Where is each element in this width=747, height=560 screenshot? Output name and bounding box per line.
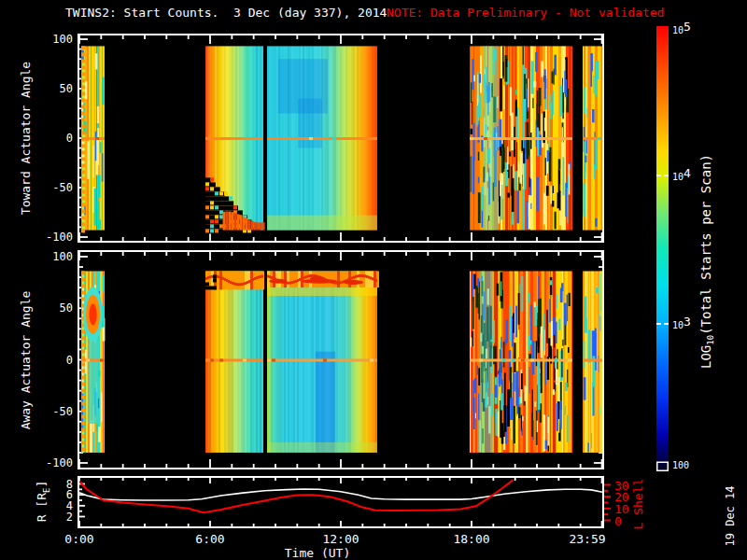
x-tick-label: 6:00 xyxy=(195,533,224,545)
orbit-line-panel xyxy=(78,476,604,528)
lshell-axis-label: L Shell xyxy=(631,479,645,530)
time-axis-label: Time (UT) xyxy=(285,546,350,560)
colorbar-tick-label: 104 xyxy=(672,165,691,183)
y-tick-label-toward: -50 xyxy=(30,182,73,193)
y-tick-label-away: 100 xyxy=(30,251,73,262)
away-spectrogram-panel xyxy=(78,250,604,469)
l-shell-line xyxy=(79,480,513,512)
y-tick-label-toward: 0 xyxy=(30,133,73,144)
lshell-tick-label: 20 xyxy=(614,491,629,503)
x-tick-label: 12:00 xyxy=(322,533,359,545)
creation-date-stamp: 19 Dec 14 xyxy=(724,485,737,546)
colorbar-tick-label: 103 xyxy=(672,315,691,332)
y-tick-label-away: 0 xyxy=(30,355,73,366)
y-tick-label-away: -50 xyxy=(30,406,73,417)
lshell-tick-label: 0 xyxy=(614,515,622,527)
orbit-lines xyxy=(79,478,602,526)
y-tick-label-away: -100 xyxy=(30,457,73,469)
colorbar-tick-label: 100 xyxy=(672,458,689,471)
r-tick-label: 2 xyxy=(30,511,73,523)
r-tick-label: 4 xyxy=(30,500,73,511)
x-tick-label: 23:59 xyxy=(569,533,605,545)
lshell-tick-label: 30 xyxy=(614,480,629,492)
x-tick-label: 0:00 xyxy=(64,533,93,545)
r-tick-label: 6 xyxy=(30,489,73,500)
lshell-tick-label: 10 xyxy=(614,503,629,515)
r-re-line xyxy=(79,489,602,500)
y-tick-label-toward: -100 xyxy=(30,231,73,243)
y-tick-label-toward: 100 xyxy=(30,34,73,45)
colorbar-label: LOG10(Total Starts per Scan) xyxy=(698,154,716,369)
twins2-start-counts-plot: TWINS2: Start Counts. 3 Dec (day 337), 2… xyxy=(0,0,747,560)
r-tick-label: 8 xyxy=(30,479,73,490)
preliminary-note: NOTE: Data Preliminary - Not validated xyxy=(387,6,664,20)
away-spectrogram-canvas xyxy=(79,252,602,468)
x-tick-label: 18:00 xyxy=(453,533,489,545)
plot-title: TWINS2: Start Counts. 3 Dec (day 337), 2… xyxy=(65,6,387,20)
toward-spectrogram-canvas xyxy=(79,35,602,241)
y-tick-label-away: 50 xyxy=(30,302,73,314)
colorbar xyxy=(656,26,669,471)
y-tick-label-toward: 50 xyxy=(30,83,73,94)
colorbar-tick-label: 105 xyxy=(672,19,691,36)
toward-spectrogram-panel xyxy=(78,34,604,243)
